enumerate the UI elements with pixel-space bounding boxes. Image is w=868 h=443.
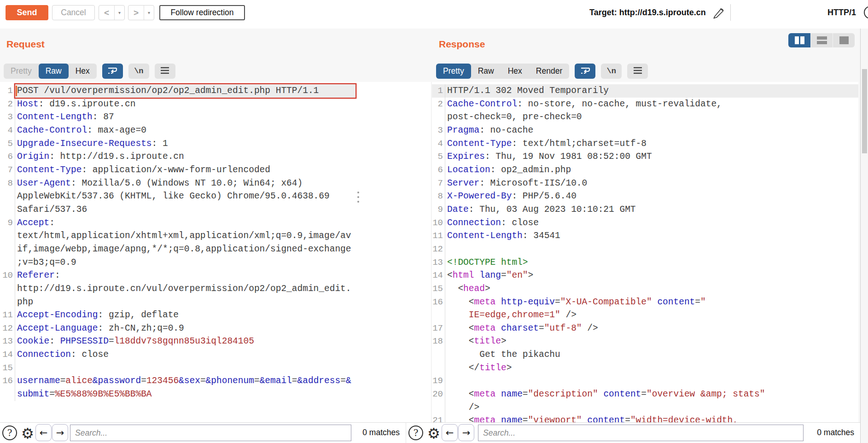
- code-line[interactable]: 15: [0, 361, 431, 375]
- response-search-bar: ? ⚙ ← → 0 matches: [406, 422, 860, 443]
- prev-request-button[interactable]: <: [99, 6, 114, 20]
- next-request-dropdown[interactable]: ▾: [144, 6, 154, 20]
- code-line[interactable]: submit=%E5%88%9B%E5%BB%BA: [0, 388, 431, 401]
- code-line[interactable]: 6Origin: http://d19.s.iproute.cn: [0, 150, 431, 163]
- line-number: 13: [432, 256, 445, 269]
- search-prev-match-button[interactable]: ←: [35, 424, 52, 441]
- help-icon[interactable]: [864, 6, 868, 19]
- code-line[interactable]: 19: [432, 374, 858, 388]
- search-settings-gear-icon[interactable]: ⚙: [425, 423, 443, 443]
- line-number: 2: [0, 98, 15, 111]
- code-line[interactable]: 14<html lang="en">: [432, 269, 858, 282]
- request-tab-raw[interactable]: Raw: [39, 64, 69, 79]
- code-line[interactable]: 7Content-Type: application/x-www-form-ur…: [0, 163, 431, 177]
- search-next-match-button[interactable]: →: [52, 424, 68, 441]
- code-line[interactable]: 16 <meta http-equiv="X-UA-Compatible" co…: [432, 296, 858, 309]
- search-next-match-button[interactable]: →: [458, 424, 474, 441]
- code-line[interactable]: 8X-Powered-By: PHP/5.6.40: [432, 190, 858, 203]
- response-tab-render[interactable]: Render: [529, 64, 569, 79]
- code-line[interactable]: 3Pragma: no-cache: [432, 124, 858, 137]
- next-request-button[interactable]: >: [128, 6, 144, 20]
- code-line[interactable]: ;v=b3;q=0.9: [0, 256, 431, 269]
- code-line[interactable]: 6Location: op2_admin.php: [432, 163, 858, 177]
- code-line[interactable]: 12Accept-Language: zh-CN,zh;q=0.9: [0, 322, 431, 335]
- code-line[interactable]: 1POST /vul/overpermission/op2/op2_admin_…: [0, 84, 431, 98]
- code-line[interactable]: 9Date: Thu, 03 Aug 2023 10:10:21 GMT: [432, 203, 858, 216]
- line-number: 15: [432, 282, 445, 296]
- code-line[interactable]: 8User-Agent: Mozilla/5.0 (Windows NT 10.…: [0, 177, 431, 190]
- edit-target-button[interactable]: [712, 6, 726, 20]
- line-text: Accept:: [15, 216, 55, 230]
- request-newline-toggle-button[interactable]: \n: [128, 64, 149, 79]
- code-line[interactable]: 10Referer:: [0, 269, 431, 282]
- code-line[interactable]: Get the pikachu: [432, 348, 858, 361]
- request-editor[interactable]: 1POST /vul/overpermission/op2/op2_admin_…: [0, 82, 431, 425]
- code-line[interactable]: 13<!DOCTYPE html>: [432, 256, 858, 269]
- code-line[interactable]: 13Cookie: PHPSESSID=l18ddv7s8gqnn85u3iql…: [0, 335, 431, 348]
- code-line[interactable]: 15 <head>: [432, 282, 858, 296]
- code-line[interactable]: 5Upgrade-Insecure-Requests: 1: [0, 137, 431, 151]
- code-line[interactable]: post-check=0, pre-check=0: [432, 111, 858, 124]
- line-number: 15: [0, 361, 15, 375]
- code-line[interactable]: text/html,application/xhtml+xml,applicat…: [0, 229, 431, 243]
- code-line[interactable]: 17 <meta charset="utf-8" />: [432, 322, 858, 335]
- response-newline-toggle-button[interactable]: \n: [601, 64, 622, 79]
- line-text: submit=%E5%88%9B%E5%BB%BA: [15, 388, 152, 401]
- layout-rows-button[interactable]: [810, 33, 833, 47]
- search-settings-gear-icon[interactable]: ⚙: [18, 423, 37, 443]
- line-text: <html lang="en">: [445, 269, 533, 282]
- code-line[interactable]: if,image/webp,image/apng,*/*;q=0.8,appli…: [0, 243, 431, 256]
- search-help-icon[interactable]: ?: [408, 426, 423, 440]
- follow-redirection-button[interactable]: Follow redirection: [159, 5, 245, 20]
- code-line[interactable]: IE=edge,chrome=1" />: [432, 309, 858, 322]
- search-help-icon[interactable]: ?: [2, 426, 17, 440]
- response-editor[interactable]: 1HTTP/1.1 302 Moved Temporarily2Cache-Co…: [432, 82, 858, 425]
- code-line[interactable]: 7Server: Microsoft-IIS/10.0: [432, 177, 858, 190]
- code-line[interactable]: 12: [432, 243, 858, 256]
- code-line[interactable]: 20 <meta name="description" content="ove…: [432, 388, 858, 401]
- response-tab-hex[interactable]: Hex: [501, 64, 529, 79]
- code-line[interactable]: 11Content-Length: 34541: [432, 229, 858, 243]
- code-line[interactable]: 11Accept-Encoding: gzip, deflate: [0, 309, 431, 322]
- code-line[interactable]: />: [432, 401, 858, 414]
- request-search-input[interactable]: [70, 425, 351, 441]
- request-wrap-toggle-button[interactable]: [102, 64, 123, 79]
- code-line[interactable]: 2Cache-Control: no-store, no-cache, must…: [432, 98, 858, 111]
- response-scrollbar[interactable]: [860, 29, 868, 443]
- code-line[interactable]: 2Host: d19.s.iproute.cn: [0, 98, 431, 111]
- code-line[interactable]: AppleWebKit/537.36 (KHTML, like Gecko) C…: [0, 190, 431, 203]
- code-line[interactable]: 18 <title>: [432, 335, 858, 348]
- prev-request-dropdown[interactable]: ▾: [114, 6, 124, 20]
- code-line[interactable]: php: [0, 296, 431, 309]
- request-editor-menu-button[interactable]: [155, 64, 175, 79]
- code-line[interactable]: 5Expires: Thu, 19 Nov 1981 08:52:00 GMT: [432, 150, 858, 163]
- code-line[interactable]: http://d19.s.iproute.cn/vul/overpermissi…: [0, 282, 431, 296]
- line-number: 18: [432, 335, 445, 348]
- send-button[interactable]: Send: [6, 5, 48, 20]
- code-line[interactable]: 10Connection: close: [432, 216, 858, 230]
- cancel-button[interactable]: Cancel: [52, 5, 95, 20]
- line-text: Get the pikachu: [445, 348, 560, 361]
- code-line[interactable]: 4Content-Type: text/html;charset=utf-8: [432, 137, 858, 151]
- code-line[interactable]: 4Cache-Control: max-age=0: [0, 124, 431, 137]
- code-line[interactable]: 1HTTP/1.1 302 Moved Temporarily: [432, 84, 858, 98]
- search-prev-match-button[interactable]: ←: [442, 424, 458, 441]
- response-tab-pretty[interactable]: Pretty: [436, 64, 471, 79]
- code-line[interactable]: 3Content-Length: 87: [0, 111, 431, 124]
- code-line[interactable]: </title>: [432, 361, 858, 375]
- response-search-input[interactable]: [478, 425, 804, 441]
- response-editor-menu-button[interactable]: [627, 64, 648, 79]
- code-line[interactable]: 14Connection: close: [0, 348, 431, 361]
- response-wrap-toggle-button[interactable]: [575, 64, 595, 79]
- request-tab-pretty[interactable]: Pretty: [4, 64, 39, 79]
- code-line[interactable]: 16username=alice&password=123456&sex=&ph…: [0, 374, 431, 388]
- code-line[interactable]: 9Accept:: [0, 216, 431, 230]
- layout-columns-button[interactable]: [788, 33, 810, 47]
- layout-single-button[interactable]: [833, 33, 855, 47]
- scrollbar-thumb[interactable]: [862, 69, 867, 153]
- code-line[interactable]: Safari/537.36: [0, 203, 431, 216]
- line-text: />: [445, 401, 479, 414]
- request-tab-hex[interactable]: Hex: [69, 64, 97, 79]
- panel-splitter-grip[interactable]: [355, 190, 361, 204]
- response-tab-raw[interactable]: Raw: [471, 64, 501, 79]
